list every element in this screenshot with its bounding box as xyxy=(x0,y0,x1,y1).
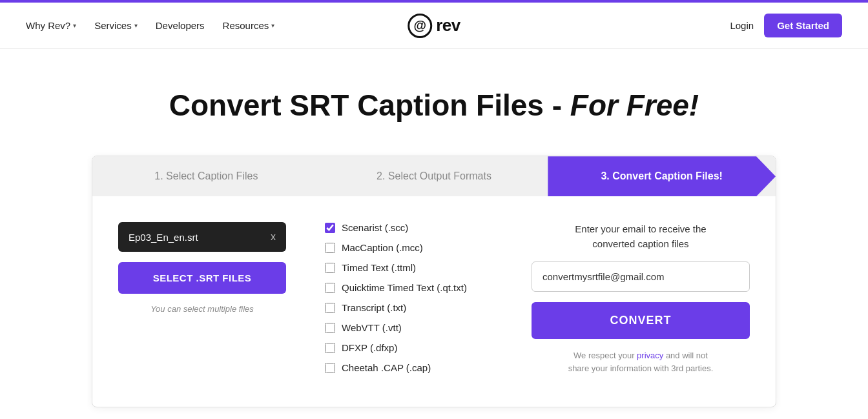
main-content: Convert SRT Caption Files - For Free! 1.… xyxy=(79,49,789,419)
checkbox-scenarist[interactable] xyxy=(325,223,335,233)
nav-item-developers[interactable]: Developers xyxy=(156,20,205,31)
checkbox-dfxp[interactable] xyxy=(325,343,335,353)
checkbox-ttml[interactable] xyxy=(325,263,335,273)
title-italic: For Free! xyxy=(570,88,699,122)
select-srt-files-button[interactable]: SELECT .SRT FILES xyxy=(118,262,286,294)
convert-button[interactable]: CONVERT xyxy=(532,302,750,339)
chevron-icon-services: ▾ xyxy=(134,22,138,29)
checkbox-maccaption[interactable] xyxy=(325,243,335,253)
privacy-note: We respect your privacy and will notshar… xyxy=(532,349,750,374)
login-button[interactable]: Login xyxy=(730,20,754,31)
nav-label-developers: Developers xyxy=(156,20,205,31)
remove-file-button[interactable]: x xyxy=(271,231,276,243)
email-input[interactable] xyxy=(532,261,750,292)
step-1: 1. Select Caption Files xyxy=(92,156,320,196)
format-checkboxes: Scenarist (.scc) MacCaption (.mcc) Timed… xyxy=(325,222,493,373)
nav-item-services[interactable]: Services ▾ xyxy=(94,20,138,31)
nav-right: Login Get Started xyxy=(730,14,842,37)
content-area: Ep03_En_en.srt x SELECT .SRT FILES You c… xyxy=(92,196,776,407)
title-plain: Convert SRT Caption Files - xyxy=(169,88,570,122)
site-logo[interactable]: @ rev xyxy=(408,14,460,38)
left-column: Ep03_En_en.srt x SELECT .SRT FILES You c… xyxy=(118,222,286,314)
privacy-link[interactable]: privacy xyxy=(637,351,663,360)
label-maccaption: MacCaption (.mcc) xyxy=(342,242,423,253)
logo-symbol: @ xyxy=(413,18,426,33)
file-name: Ep03_En_en.srt xyxy=(129,232,198,243)
format-dfxp: DFXP (.dfxp) xyxy=(325,342,493,353)
nav-label-resources: Resources xyxy=(223,20,269,31)
format-ttml: Timed Text (.ttml) xyxy=(325,262,493,273)
checkbox-webvtt[interactable] xyxy=(325,323,335,333)
checkbox-qt-txt[interactable] xyxy=(325,283,335,293)
logo-text: rev xyxy=(436,15,460,36)
nav-left: Why Rev? ▾ Services ▾ Developers Resourc… xyxy=(26,20,274,31)
label-scenarist: Scenarist (.scc) xyxy=(342,222,408,233)
format-webvtt: WebVTT (.vtt) xyxy=(325,322,493,333)
label-ttml: Timed Text (.ttml) xyxy=(342,262,416,273)
format-cheetah: Cheetah .CAP (.cap) xyxy=(325,362,493,373)
nav-item-why-rev[interactable]: Why Rev? ▾ xyxy=(26,20,76,31)
checkbox-transcript[interactable] xyxy=(325,303,335,313)
step-1-label: 1. Select Caption Files xyxy=(154,170,258,182)
label-webvtt: WebVTT (.vtt) xyxy=(342,322,402,333)
checkbox-cheetah[interactable] xyxy=(325,363,335,373)
page-title: Convert SRT Caption Files - For Free! xyxy=(92,88,776,123)
label-dfxp: DFXP (.dfxp) xyxy=(342,342,397,353)
step-3: 3. Convert Caption Files! xyxy=(548,156,776,196)
format-scenarist: Scenarist (.scc) xyxy=(325,222,493,233)
nav-label-why-rev: Why Rev? xyxy=(26,20,70,31)
step-2-label: 2. Select Output Formats xyxy=(377,170,491,182)
logo-icon: @ xyxy=(408,14,432,38)
step-2: 2. Select Output Formats xyxy=(320,156,548,196)
converter-card: 1. Select Caption Files 2. Select Output… xyxy=(92,156,776,407)
nav-item-resources[interactable]: Resources ▾ xyxy=(223,20,275,31)
email-instruction: Enter your email to receive theconverted… xyxy=(532,222,750,251)
format-maccaption: MacCaption (.mcc) xyxy=(325,242,493,253)
label-qt-txt: Quicktime Timed Text (.qt.txt) xyxy=(342,282,467,293)
navbar: Why Rev? ▾ Services ▾ Developers Resourc… xyxy=(0,3,868,49)
label-transcript: Transcript (.txt) xyxy=(342,302,406,313)
selected-file-badge: Ep03_En_en.srt x xyxy=(118,222,286,252)
right-column: Enter your email to receive theconverted… xyxy=(532,222,750,374)
get-started-button[interactable]: Get Started xyxy=(764,14,842,37)
chevron-icon-resources: ▾ xyxy=(271,22,274,29)
step-3-label: 3. Convert Caption Files! xyxy=(601,170,722,182)
nav-label-services: Services xyxy=(94,20,132,31)
multi-select-hint: You can select multiple files xyxy=(118,304,286,314)
steps-bar: 1. Select Caption Files 2. Select Output… xyxy=(92,156,776,196)
format-transcript: Transcript (.txt) xyxy=(325,302,493,313)
label-cheetah: Cheetah .CAP (.cap) xyxy=(342,362,431,373)
format-qt-txt: Quicktime Timed Text (.qt.txt) xyxy=(325,282,493,293)
chevron-icon-why-rev: ▾ xyxy=(73,22,76,29)
